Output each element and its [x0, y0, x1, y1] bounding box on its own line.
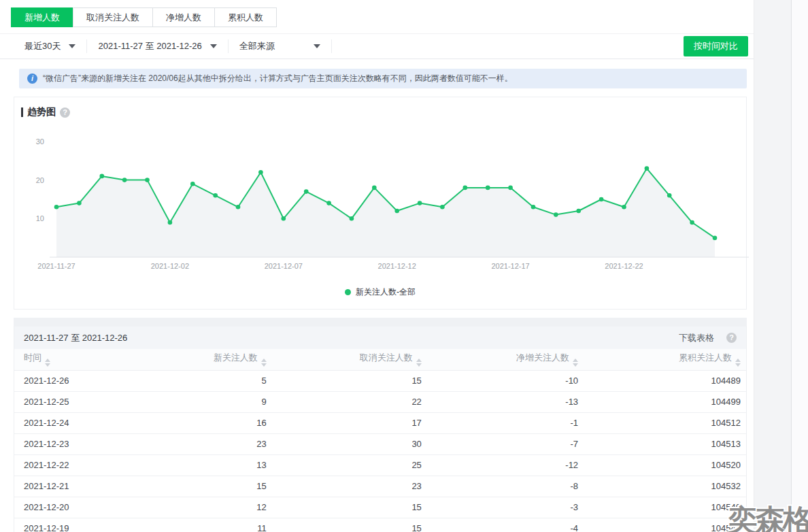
cell-value: -12 [427, 454, 584, 476]
sort-icon[interactable] [261, 359, 267, 367]
info-banner-text: “微信广告”来源的新增关注在 2020/06起从其他中拆分给出，计算方式与广告主… [43, 73, 513, 84]
chart-legend[interactable]: 新关注人数-全部 [14, 285, 746, 309]
sort-icon[interactable] [416, 359, 422, 367]
title-bar-decoration [21, 107, 23, 117]
scrollbar-track[interactable] [791, 0, 808, 532]
cell-value: -4 [427, 518, 584, 532]
svg-text:2021-12-02: 2021-12-02 [151, 262, 189, 270]
table-row: 2021-12-26515-10104489 [14, 370, 746, 391]
cell-value: 15 [272, 518, 427, 532]
column-header-0[interactable]: 时间 [14, 349, 124, 370]
cell-value: 9 [124, 391, 271, 412]
compare-by-time-button[interactable]: 按时间对比 [684, 36, 748, 56]
chart-title: 趋势图 [27, 106, 56, 118]
cell-date: 2021-12-23 [14, 433, 124, 454]
cell-value: -13 [427, 391, 584, 412]
cell-value: 30 [272, 433, 427, 454]
cell-value: 104513 [584, 433, 746, 454]
table-help-icon[interactable]: ? [726, 333, 737, 343]
cell-date: 2021-12-26 [14, 370, 124, 391]
table-row: 2021-12-191115-4104543 [14, 518, 746, 532]
table-row: 2021-12-241617-1104512 [14, 412, 746, 433]
cell-date: 2021-12-25 [14, 391, 124, 412]
stats-table: 时间新关注人数取消关注人数净增关注人数累积关注人数 2021-12-26515-… [14, 349, 746, 532]
date-preset-value: 最近30天 [24, 40, 61, 52]
table-row: 2021-12-201215-3104540 [14, 497, 746, 518]
svg-text:20: 20 [36, 176, 44, 184]
cell-date: 2021-12-22 [14, 454, 124, 476]
date-range-dropdown[interactable]: 2021-11-27 至 2021-12-26 [87, 39, 228, 53]
download-table-link[interactable]: 下载表格 [679, 332, 714, 344]
right-gutter [754, 0, 808, 532]
column-header-4[interactable]: 累积关注人数 [584, 349, 746, 370]
svg-text:2021-12-12: 2021-12-12 [378, 262, 416, 270]
cell-date: 2021-12-20 [14, 497, 124, 518]
section-divider [14, 318, 747, 327]
column-header-1[interactable]: 新关注人数 [124, 349, 271, 370]
cell-date: 2021-12-21 [14, 476, 124, 497]
cell-value: 25 [272, 454, 427, 476]
data-table-card: 2021-11-27 至 2021-12-26 下载表格 ? 时间新关注人数取消… [14, 327, 747, 532]
cell-value: 104543 [584, 518, 746, 532]
tab-1[interactable]: 取消关注人数 [73, 7, 153, 27]
cell-value: 13 [124, 454, 271, 476]
cell-value: 23 [272, 476, 427, 497]
sort-icon[interactable] [735, 359, 741, 367]
chevron-down-icon [314, 44, 320, 48]
help-icon[interactable]: ? [60, 107, 70, 118]
chart-title-row: 趋势图 ? [14, 97, 746, 122]
cell-date: 2021-12-19 [14, 518, 124, 532]
cell-value: 23 [124, 433, 271, 454]
cell-value: 104532 [584, 476, 746, 497]
filter-bar: 最近30天 2021-11-27 至 2021-12-26 全部来源 按时间对比 [0, 33, 754, 59]
svg-text:2021-12-17: 2021-12-17 [491, 262, 529, 270]
table-row: 2021-12-232330-7104513 [14, 433, 746, 454]
svg-text:10: 10 [36, 214, 44, 222]
watermark: 奕森格 [728, 505, 808, 532]
cell-value: -7 [427, 433, 584, 454]
tab-3[interactable]: 累积人数 [214, 7, 277, 27]
chevron-down-icon [210, 44, 217, 48]
svg-text:2021-12-07: 2021-12-07 [265, 262, 303, 270]
svg-text:2021-12-22: 2021-12-22 [605, 262, 643, 270]
table-header-bar: 2021-11-27 至 2021-12-26 下载表格 ? [14, 327, 746, 349]
source-value: 全部来源 [239, 40, 275, 52]
cell-value: -8 [427, 476, 584, 497]
date-preset-dropdown[interactable]: 最近30天 [14, 39, 87, 53]
column-header-3[interactable]: 净增关注人数 [427, 349, 584, 370]
table-row: 2021-12-25922-13104499 [14, 391, 746, 412]
source-dropdown[interactable]: 全部来源 [229, 39, 332, 53]
cell-date: 2021-12-24 [14, 412, 124, 433]
table-row: 2021-12-211523-8104532 [14, 476, 746, 497]
cell-value: -3 [427, 497, 584, 518]
table-row: 2021-12-221325-12104520 [14, 454, 746, 476]
cell-value: 104489 [584, 370, 746, 391]
cell-value: 104540 [584, 497, 746, 518]
cell-value: 15 [272, 497, 427, 518]
trend-line-chart: 1020302021-11-272021-12-022021-12-072021… [14, 122, 746, 285]
trend-chart-card: 趋势图 ? 1020302021-11-272021-12-022021-12-… [14, 97, 747, 310]
cell-value: 104520 [584, 454, 746, 476]
cell-value: 22 [272, 391, 427, 412]
cell-value: 5 [124, 370, 271, 391]
info-banner: i “微信广告”来源的新增关注在 2020/06起从其他中拆分给出，计算方式与广… [19, 69, 747, 88]
svg-text:2021-11-27: 2021-11-27 [37, 262, 75, 270]
tab-2[interactable]: 净增人数 [152, 7, 215, 27]
cell-value: 104512 [584, 412, 746, 433]
legend-dot-icon [345, 289, 351, 295]
cell-value: 15 [124, 476, 271, 497]
sort-icon[interactable] [45, 359, 50, 367]
table-date-range: 2021-11-27 至 2021-12-26 [24, 332, 127, 344]
chevron-down-icon [69, 44, 75, 48]
sort-icon[interactable] [573, 359, 578, 367]
cell-value: 11 [124, 518, 271, 532]
column-header-2[interactable]: 取消关注人数 [272, 349, 427, 370]
legend-label: 新关注人数-全部 [356, 286, 416, 298]
cell-value: 104499 [584, 391, 746, 412]
cell-value: 17 [272, 412, 427, 433]
main-content: 新增人数取消关注人数净增人数累积人数 最近30天 2021-11-27 至 20… [0, 0, 754, 532]
svg-text:30: 30 [36, 137, 44, 146]
info-icon: i [27, 73, 37, 84]
cell-value: -1 [427, 412, 584, 433]
tab-0[interactable]: 新增人数 [11, 7, 73, 27]
